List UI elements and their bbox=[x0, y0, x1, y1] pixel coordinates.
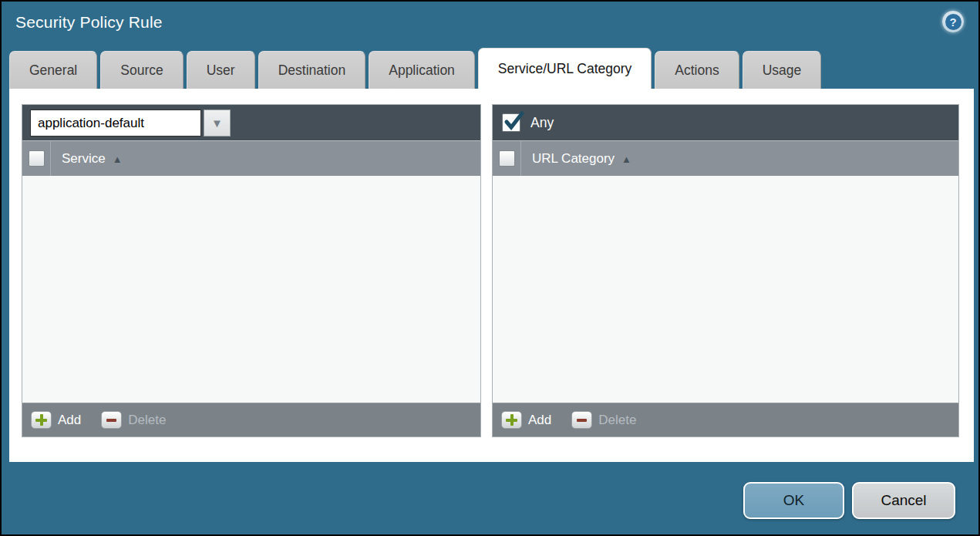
service-table-header: Service ▲ bbox=[22, 140, 480, 176]
url-category-list[interactable] bbox=[493, 176, 958, 403]
tab-bar: General Source User Destination Applicat… bbox=[9, 51, 971, 89]
any-checkbox[interactable] bbox=[502, 113, 520, 132]
tab-application[interactable]: Application bbox=[369, 51, 475, 89]
service-type-dropdown-button[interactable]: ▼ bbox=[204, 110, 231, 137]
any-row: Any bbox=[497, 113, 554, 132]
security-policy-rule-dialog: Security Policy Rule ? General Source Us… bbox=[0, 0, 980, 536]
url-category-toolbar: Any bbox=[493, 105, 958, 140]
service-toolbar: application-default ▼ bbox=[22, 105, 480, 140]
service-type-dropdown-value[interactable]: application-default bbox=[30, 110, 201, 137]
url-category-delete-button[interactable]: Delete bbox=[571, 411, 636, 429]
cancel-button[interactable]: Cancel bbox=[852, 482, 955, 519]
chevron-down-icon: ▼ bbox=[211, 117, 223, 129]
help-icon-glyph: ? bbox=[945, 14, 961, 30]
delete-button-label: Delete bbox=[598, 413, 636, 428]
service-column-header[interactable]: Service ▲ bbox=[62, 141, 123, 176]
tab-label: User bbox=[207, 62, 235, 79]
sort-asc-icon: ▲ bbox=[113, 153, 123, 164]
help-icon[interactable]: ? bbox=[942, 11, 964, 32]
url-category-column-header[interactable]: URL Category ▲ bbox=[532, 141, 631, 176]
service-list[interactable] bbox=[22, 176, 480, 403]
add-button-label: Add bbox=[528, 413, 551, 428]
tab-label: Application bbox=[389, 62, 455, 79]
tab-label: Actions bbox=[675, 62, 719, 79]
url-category-header-checkcell bbox=[493, 141, 521, 176]
url-category-add-button[interactable]: Add bbox=[501, 411, 551, 429]
tab-user[interactable]: User bbox=[187, 51, 255, 89]
delete-minus-icon bbox=[101, 411, 122, 429]
tab-usage[interactable]: Usage bbox=[743, 51, 822, 89]
sort-asc-icon: ▲ bbox=[621, 153, 631, 164]
service-delete-button[interactable]: Delete bbox=[101, 411, 166, 429]
tab-general[interactable]: General bbox=[9, 51, 97, 89]
service-column-label: Service bbox=[62, 151, 106, 167]
dialog-title: Security Policy Rule bbox=[15, 13, 163, 32]
tab-content-area: application-default ▼ Service ▲ bbox=[9, 89, 974, 462]
checkmark-icon bbox=[503, 111, 524, 131]
url-category-panel: Any URL Category ▲ Add bbox=[492, 104, 959, 437]
tab-label: Service/URL Category bbox=[498, 61, 631, 77]
tab-service-url-category[interactable]: Service/URL Category bbox=[478, 48, 652, 89]
add-button-label: Add bbox=[58, 413, 81, 428]
url-category-column-label: URL Category bbox=[532, 151, 615, 167]
service-type-dropdown: application-default ▼ bbox=[30, 110, 231, 137]
url-category-footer: Add Delete bbox=[493, 403, 958, 437]
add-plus-icon bbox=[31, 411, 52, 429]
tab-source[interactable]: Source bbox=[100, 51, 183, 89]
tab-label: Destination bbox=[278, 62, 346, 79]
service-header-checkcell bbox=[22, 141, 51, 176]
service-panel: application-default ▼ Service ▲ bbox=[22, 104, 481, 437]
delete-minus-icon bbox=[571, 411, 592, 429]
tab-label: Source bbox=[120, 62, 163, 79]
url-category-select-all-checkbox[interactable] bbox=[499, 150, 515, 167]
any-checkbox-label: Any bbox=[530, 115, 554, 131]
url-category-table-header: URL Category ▲ bbox=[493, 140, 958, 176]
service-footer: Add Delete bbox=[22, 403, 480, 437]
tab-label: General bbox=[29, 62, 77, 79]
delete-button-label: Delete bbox=[128, 413, 166, 428]
tab-destination[interactable]: Destination bbox=[258, 51, 366, 89]
add-plus-icon bbox=[501, 411, 522, 429]
service-add-button[interactable]: Add bbox=[31, 411, 81, 429]
ok-button[interactable]: OK bbox=[743, 482, 844, 519]
service-select-all-checkbox[interactable] bbox=[29, 150, 45, 167]
tab-actions[interactable]: Actions bbox=[655, 51, 739, 89]
tab-label: Usage bbox=[763, 62, 802, 79]
